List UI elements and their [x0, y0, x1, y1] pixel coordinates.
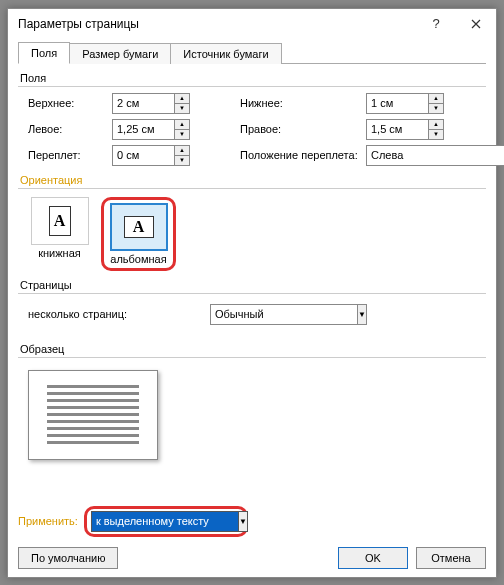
- orientation-portrait[interactable]: A книжная: [28, 197, 91, 271]
- top-margin-input[interactable]: ▲▼: [112, 93, 202, 114]
- margins-grid: Верхнее: ▲▼ Нижнее: ▲▼ Левое: ▲▼ Правое:…: [28, 93, 486, 166]
- multi-pages-select[interactable]: ▼: [210, 304, 350, 325]
- orientation-section-label: Ориентация: [20, 174, 486, 186]
- chevron-down-icon[interactable]: ▼: [238, 511, 248, 532]
- gutter-pos-label: Положение переплета:: [240, 149, 360, 161]
- dialog-title: Параметры страницы: [18, 17, 416, 31]
- spin-up-icon: ▲: [174, 93, 190, 103]
- orientation-group: A книжная A альбомная: [28, 197, 486, 271]
- highlight-apply: ▼: [84, 506, 248, 537]
- button-row: По умолчанию OK Отмена: [18, 547, 486, 569]
- default-button[interactable]: По умолчанию: [18, 547, 118, 569]
- chevron-down-icon[interactable]: ▼: [357, 304, 367, 325]
- orientation-landscape[interactable]: A альбомная: [107, 203, 170, 265]
- left-margin-input[interactable]: ▲▼: [112, 119, 202, 140]
- preview-section-label: Образец: [20, 343, 486, 355]
- apply-to-label: Применить:: [18, 515, 78, 527]
- preview-page-icon: [28, 370, 158, 460]
- bottom-margin-input[interactable]: ▲▼: [366, 93, 456, 114]
- highlight-orientation: A альбомная: [101, 197, 176, 271]
- help-button[interactable]: ?: [416, 9, 456, 39]
- titlebar: Параметры страницы ?: [8, 9, 496, 39]
- ok-button[interactable]: OK: [338, 547, 408, 569]
- preview-area: [28, 370, 486, 500]
- close-button[interactable]: [456, 9, 496, 39]
- landscape-icon: A: [124, 216, 154, 238]
- gutter-pos-select[interactable]: ▼: [366, 145, 444, 166]
- gutter-input[interactable]: ▲▼: [112, 145, 202, 166]
- pages-section-label: Страницы: [20, 279, 486, 291]
- multi-pages-label: несколько страниц:: [28, 308, 148, 320]
- tab-fields[interactable]: Поля: [18, 42, 70, 64]
- dialog-content: Поля Размер бумаги Источник бумаги Поля …: [8, 39, 496, 577]
- margins-section-label: Поля: [20, 72, 486, 84]
- page-setup-dialog: Параметры страницы ? Поля Размер бумаги …: [7, 8, 497, 578]
- left-margin-label: Левое:: [28, 123, 106, 135]
- tab-paper-size[interactable]: Размер бумаги: [69, 43, 171, 64]
- cancel-button[interactable]: Отмена: [416, 547, 486, 569]
- close-icon: [471, 19, 481, 29]
- bottom-margin-label: Нижнее:: [240, 97, 360, 109]
- apply-to-select[interactable]: ▼: [91, 511, 241, 532]
- top-margin-label: Верхнее:: [28, 97, 106, 109]
- right-margin-input[interactable]: ▲▼: [366, 119, 456, 140]
- gutter-label: Переплет:: [28, 149, 106, 161]
- tabs: Поля Размер бумаги Источник бумаги: [18, 42, 486, 64]
- portrait-icon: A: [49, 206, 71, 236]
- tab-paper-source[interactable]: Источник бумаги: [170, 43, 281, 64]
- right-margin-label: Правое:: [240, 123, 360, 135]
- spin-down-icon: ▼: [174, 103, 190, 114]
